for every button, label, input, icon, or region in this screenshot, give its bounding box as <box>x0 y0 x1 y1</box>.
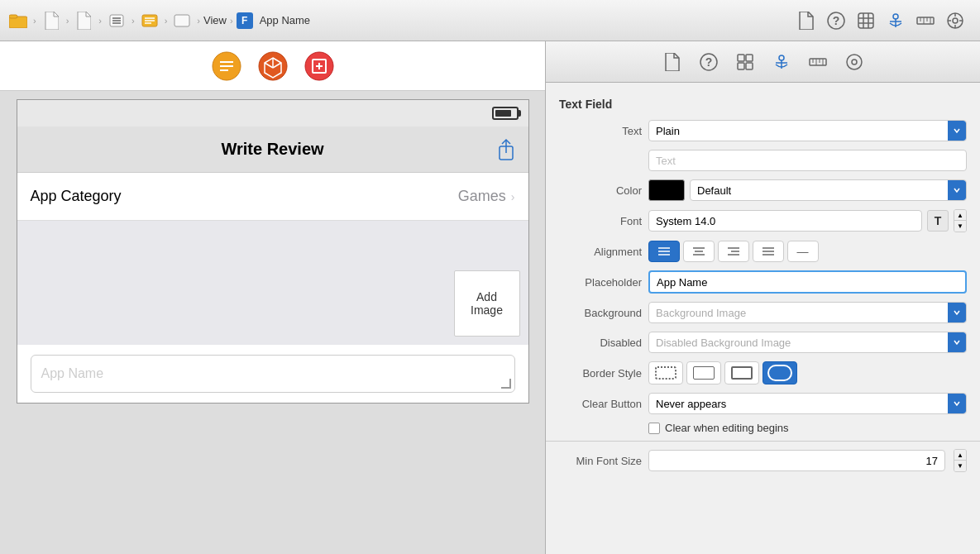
font-stepper[interactable]: ▲ ▼ <box>954 209 967 232</box>
align-justified-button[interactable] <box>753 241 784 262</box>
min-font-stepper-down[interactable]: ▼ <box>954 461 966 471</box>
border-thick-button[interactable] <box>724 361 759 384</box>
breadcrumb-arrow-6: › <box>197 16 200 26</box>
disabled-dropdown[interactable]: Disabled Background Image <box>648 332 967 353</box>
text-placeholder-value: Text <box>656 155 676 167</box>
nav-bar: Write Review <box>17 127 528 173</box>
min-font-stepper-up[interactable]: ▲ <box>954 450 966 461</box>
inspector-row-font: Font System 14.0 T ▲ ▼ <box>546 205 980 236</box>
min-font-value: 17 <box>656 455 938 467</box>
rp-ruler-icon[interactable] <box>806 50 829 74</box>
min-font-stepper[interactable]: ▲ ▼ <box>954 449 967 472</box>
view-breadcrumb-icon[interactable] <box>170 9 194 32</box>
ios-screen: Write Review App Category Games › <box>17 99 529 404</box>
breadcrumb-arrow-7: › <box>230 16 233 26</box>
text-dropdown-arrow[interactable] <box>948 121 966 141</box>
rp-help-icon[interactable]: ? <box>697 50 720 74</box>
align-dash-button[interactable]: — <box>787 241 819 262</box>
left-panel: Write Review App Category Games › <box>0 41 546 554</box>
breadcrumb-arrow-3: › <box>98 16 102 26</box>
inspector-body: Text Field Text Plain <box>546 83 980 554</box>
add-image-button[interactable]: AddImage <box>454 270 520 337</box>
inspector-icon[interactable] <box>854 9 877 32</box>
list-obj-icon[interactable] <box>212 51 241 81</box>
svg-text:?: ? <box>833 14 840 27</box>
resize-handle[interactable] <box>501 379 511 389</box>
font-T-button[interactable]: T <box>927 210 949 232</box>
border-rounded-button[interactable] <box>762 361 797 384</box>
view-list-icon[interactable] <box>105 9 128 32</box>
svg-rect-1 <box>9 15 17 18</box>
disabled-dropdown-arrow[interactable] <box>948 332 966 352</box>
font-control: System 14.0 T ▲ ▼ <box>648 209 967 232</box>
file-icon-2[interactable] <box>72 9 95 32</box>
rp-grid-icon[interactable] <box>734 50 757 74</box>
clear-button-dropdown[interactable]: Never appears <box>648 393 967 414</box>
font-dropdown[interactable]: System 14.0 <box>648 210 922 232</box>
view-label[interactable]: View <box>203 14 227 26</box>
file-icon-1[interactable] <box>40 9 63 32</box>
breadcrumb: › › › › <box>7 9 310 32</box>
text-placeholder-input[interactable]: Text <box>648 150 967 171</box>
f-icon: F <box>237 12 253 29</box>
align-right-button[interactable] <box>718 241 749 262</box>
background-dropdown[interactable]: Background Image <box>648 302 967 323</box>
background-dropdown-arrow[interactable] <box>948 303 966 322</box>
clear-editing-label: Clear when editing begins <box>665 422 789 434</box>
list-row-value: Games › <box>458 188 515 205</box>
anchor-icon[interactable] <box>884 9 907 32</box>
app-name-text-input[interactable]: App Name <box>31 355 515 393</box>
border-group <box>648 361 797 384</box>
list-row-chevron: › <box>511 190 515 203</box>
list-row-value-text: Games <box>458 188 506 205</box>
navigate-icon[interactable] <box>944 9 967 32</box>
clear-editing-checkbox[interactable] <box>648 423 660 434</box>
border-style-control <box>648 361 967 384</box>
battery-icon <box>492 107 519 120</box>
color-swatch[interactable] <box>648 179 685 201</box>
color-control: Default <box>648 179 967 201</box>
placeholder-control: App Name <box>648 270 967 294</box>
placeholder-value: App Name <box>657 276 707 289</box>
checkbox-row-clear-editing: Clear when editing begins <box>546 418 980 437</box>
font-stepper-down[interactable]: ▼ <box>954 221 966 232</box>
new-file-icon[interactable] <box>795 9 818 32</box>
clear-button-dropdown-arrow[interactable] <box>948 394 966 413</box>
share-button[interactable] <box>494 137 519 162</box>
align-left-button[interactable] <box>648 241 680 262</box>
square-obj-icon[interactable] <box>304 51 334 81</box>
list-row-category[interactable]: App Category Games › <box>17 173 528 221</box>
min-font-input[interactable]: 17 <box>648 450 945 471</box>
appname-breadcrumb[interactable]: App Name <box>260 14 310 26</box>
text-dropdown[interactable]: Plain <box>648 120 967 141</box>
alignment-label: Alignment <box>559 246 642 258</box>
font-stepper-up[interactable]: ▲ <box>954 210 966 221</box>
color-dropdown-arrow[interactable] <box>948 180 966 200</box>
ruler-icon[interactable] <box>914 9 937 32</box>
rp-navigate-icon[interactable] <box>843 50 866 74</box>
cube-obj-icon[interactable] <box>258 51 288 81</box>
inspector-row-placeholder-input: Text <box>546 146 980 175</box>
status-bar <box>17 100 528 127</box>
background-control: Background Image <box>648 302 967 323</box>
svg-rect-51 <box>738 63 744 69</box>
align-center-button[interactable] <box>683 241 715 262</box>
color-dropdown[interactable]: Default <box>690 179 967 201</box>
min-font-label: Min Font Size <box>559 455 642 467</box>
help-icon[interactable]: ? <box>825 9 848 32</box>
inspector-row-min-font: Min Font Size 17 ▲ ▼ <box>546 445 980 476</box>
rp-anchor-icon[interactable] <box>770 50 793 74</box>
folder-icon[interactable] <box>7 9 30 32</box>
app-name-placeholder: App Name <box>41 366 104 381</box>
rp-file-icon[interactable] <box>661 50 684 74</box>
border-none-button[interactable] <box>648 361 683 384</box>
placeholder-input[interactable]: App Name <box>648 270 967 294</box>
text-label: Text <box>559 125 642 137</box>
add-image-label: AddImage <box>471 290 503 317</box>
text-input-container: App Name <box>17 345 528 403</box>
inspector-title: Text Field <box>546 89 980 116</box>
border-dotted-icon <box>655 366 676 380</box>
border-thin-button[interactable] <box>686 361 721 384</box>
text-list-icon[interactable] <box>138 9 161 32</box>
alignment-control: — <box>648 241 967 262</box>
